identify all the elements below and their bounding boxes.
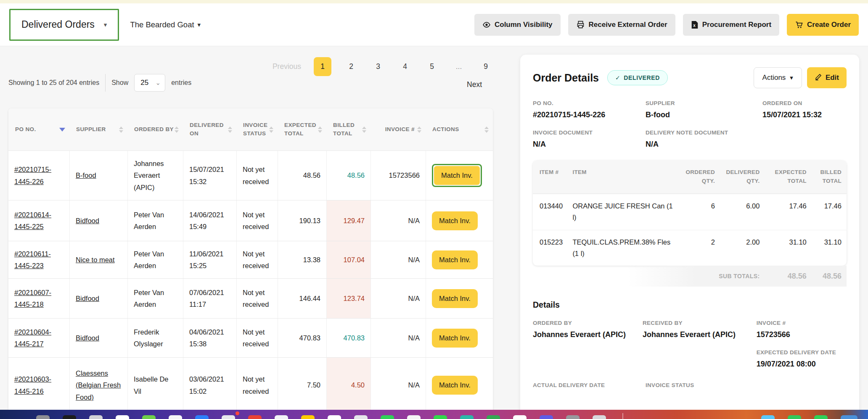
po-link[interactable]: #20210604-1445-217 xyxy=(14,326,64,350)
pagination-page-4[interactable]: 4 xyxy=(398,58,412,75)
table-row: #20210715-1445-226 B-food Johannes Evera… xyxy=(8,150,493,200)
match-invoice-button[interactable]: Match Inv. xyxy=(432,211,478,230)
header-actions: Column Visibility Receive External Order… xyxy=(474,14,859,36)
supplier-link[interactable]: Bidfood xyxy=(76,293,122,304)
column-header-invoice-no[interactable]: INVOICE # xyxy=(370,108,426,150)
invoice-no-label: INVOICE # xyxy=(757,320,847,326)
order-details-panel: Order Details ✓ DELIVERED Actions ▾ Edit… xyxy=(520,55,859,419)
dock-icon[interactable] xyxy=(248,415,262,419)
column-header-actions[interactable]: ACTIONS xyxy=(426,108,493,150)
delivered-qty: 6.00 xyxy=(715,200,760,223)
expected-total-cell: 13.38 xyxy=(278,241,326,278)
po-link[interactable]: #20210611-1445-223 xyxy=(14,248,64,271)
column-header-invoice-status[interactable]: INVOICE STATUS xyxy=(236,108,278,150)
dock-icon[interactable] xyxy=(814,415,828,419)
dock-icon[interactable] xyxy=(407,415,421,419)
supplier-link[interactable]: Bidfood xyxy=(76,332,122,344)
create-order-label: Create Order xyxy=(807,21,851,29)
match-invoice-button[interactable]: Match Inv. xyxy=(432,329,478,348)
pagination-page-9[interactable]: 9 xyxy=(479,58,493,75)
dock-icon[interactable] xyxy=(761,415,775,419)
po-link[interactable]: #20210614-1445-225 xyxy=(14,209,64,232)
view-selector-label: Delivered Orders xyxy=(21,19,95,30)
dock-icon[interactable] xyxy=(788,415,801,419)
pagination-page-5[interactable]: 5 xyxy=(425,58,439,75)
edit-button[interactable]: Edit xyxy=(807,67,847,88)
location-selector-dropdown[interactable]: The Bearded Goat ▾ xyxy=(130,20,201,29)
dock-icon[interactable] xyxy=(593,415,606,419)
dock-icon[interactable] xyxy=(63,415,76,419)
list-controls: Showing 1 to 25 of 204 entries Show 25 ⌄… xyxy=(8,74,191,92)
receive-external-order-button[interactable]: Receive External Order xyxy=(568,14,675,36)
billed-total-cell: 470.83 xyxy=(326,319,370,357)
sort-icon xyxy=(318,126,322,133)
dock-icon[interactable] xyxy=(142,415,156,419)
invoice-no-cell: N/A xyxy=(370,319,426,357)
column-header-billed-total[interactable]: BILLED TOTAL xyxy=(326,108,370,150)
order-items-header: ITEM # ITEM ORDERED QTY. DELIVERED QTY. … xyxy=(533,161,847,194)
pagination-next[interactable]: Next xyxy=(467,80,482,89)
view-selector-dropdown[interactable]: Delivered Orders ▾ xyxy=(9,9,119,41)
invoice-no-cell: 15723566 xyxy=(370,151,426,200)
expected-total-cell: 7.50 xyxy=(278,358,326,413)
po-link[interactable]: #20210607-1445-218 xyxy=(14,287,64,310)
actions-dropdown-button[interactable]: Actions ▾ xyxy=(754,67,802,88)
dock-icon[interactable] xyxy=(36,415,50,419)
po-link[interactable]: #20210603-1445-216 xyxy=(14,373,64,397)
supplier-link[interactable]: Nice to meat xyxy=(76,254,122,266)
column-header-expected-total[interactable]: EXPECTED TOTAL xyxy=(278,108,326,150)
dock-icon[interactable] xyxy=(487,415,500,419)
dock-icon[interactable] xyxy=(222,415,235,419)
match-invoice-button[interactable]: Match Inv. xyxy=(434,166,480,185)
supplier-link[interactable]: Bidfood xyxy=(76,215,122,227)
ordered-by-cell: Peter Van Aerden xyxy=(127,279,183,318)
table-row: #20210611-1445-223 Nice to meat Peter Va… xyxy=(8,241,493,278)
ordered-by-cell: Isabelle De Vil xyxy=(127,358,183,413)
match-invoice-button[interactable]: Match Inv. xyxy=(432,289,478,308)
invoice-no-cell: N/A xyxy=(370,200,426,241)
order-summary-fields: PO NO. #20210715-1445-226 SUPPLIER B-foo… xyxy=(533,100,847,120)
dock-icon[interactable] xyxy=(460,415,474,419)
dock-icon[interactable] xyxy=(513,415,527,419)
po-link[interactable]: #20210715-1445-226 xyxy=(14,163,64,187)
pagination-page-1[interactable]: 1 xyxy=(314,57,331,76)
dock-icon[interactable] xyxy=(841,415,857,419)
dock-icon[interactable] xyxy=(434,415,447,419)
dock-icon[interactable] xyxy=(275,415,288,419)
column-header-po-no[interactable]: PO NO. xyxy=(8,108,69,150)
details-heading: Details xyxy=(533,300,847,310)
pagination-previous[interactable]: Previous xyxy=(273,62,301,71)
dock-icon[interactable] xyxy=(195,415,209,419)
column-header-ordered-by[interactable]: ORDERED BY xyxy=(127,108,183,150)
supplier-link[interactable]: Claessens (Belgian Fresh Food) xyxy=(76,367,122,403)
page-size-select[interactable]: 25 ⌄ xyxy=(134,74,165,92)
supplier-link[interactable]: B-food xyxy=(76,169,122,181)
dock-icon[interactable] xyxy=(381,415,394,419)
po-no-value: #20210715-1445-226 xyxy=(533,110,646,120)
dock-icon[interactable] xyxy=(116,415,129,419)
dock-icon[interactable] xyxy=(354,415,368,419)
match-invoice-button[interactable]: Match Inv. xyxy=(432,250,478,269)
dock-icon[interactable] xyxy=(169,415,182,419)
pagination-page-3[interactable]: 3 xyxy=(371,58,385,75)
dock-icon[interactable] xyxy=(566,415,580,419)
dock-icon[interactable] xyxy=(328,415,341,419)
ordered-by-cell: Peter Van Aerden xyxy=(127,200,183,241)
procurement-report-button[interactable]: x Procurement Report xyxy=(683,14,779,36)
pagination-page-2[interactable]: 2 xyxy=(344,58,358,75)
column-visibility-button[interactable]: Column Visibility xyxy=(474,14,561,36)
dock-icon[interactable] xyxy=(540,415,553,419)
invoice-document-value: N/A xyxy=(533,139,646,150)
match-invoice-button[interactable]: Match Inv. xyxy=(432,376,478,395)
expected-delivery-value: 19/07/2021 08:00 xyxy=(757,359,847,369)
order-item-row: 013440 ORANGE JUICE FRESH Can (1 l) 6 6.… xyxy=(533,194,847,229)
column-header-supplier[interactable]: SUPPLIER xyxy=(69,108,127,150)
dock-icon[interactable] xyxy=(301,415,315,419)
orders-list-pane: Showing 1 to 25 of 204 entries Show 25 ⌄… xyxy=(8,55,493,412)
dock-icon[interactable] xyxy=(89,415,103,419)
create-order-button[interactable]: Create Order xyxy=(787,14,859,36)
procurement-report-label: Procurement Report xyxy=(702,21,771,29)
order-item-row: 015223 TEQUIL.CLAS.PREM.38% Fles (1 l) 2… xyxy=(533,230,847,266)
column-header-delivered-on[interactable]: DELIVERED ON xyxy=(183,108,236,150)
cart-icon xyxy=(795,21,803,29)
